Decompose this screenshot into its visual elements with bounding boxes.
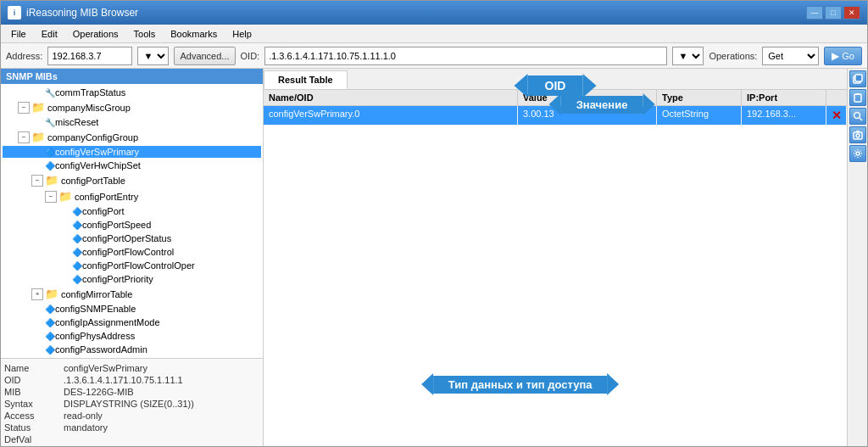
leaf-icon: 🔷	[72, 261, 82, 271]
detail-row-mib: MIB DES-1226G-MIB	[4, 386, 259, 398]
oid-label: OID:	[241, 51, 260, 61]
leaf-icon: 🔷	[72, 248, 82, 257]
title-buttons: — □ ✕	[806, 6, 860, 20]
close-button[interactable]: ✕	[843, 6, 860, 20]
toggle-configPortEntry[interactable]: −	[45, 191, 57, 203]
sidebar-settings-button[interactable]	[849, 145, 866, 162]
tree-container[interactable]: 🔧 commTrapStatus − 📁 companyMiscGroup	[1, 84, 263, 358]
detail-row-defval: DefVal	[4, 433, 259, 445]
detail-row-oid: OID .1.3.6.1.4.1.171.10.75.1.11.1	[4, 374, 259, 386]
leaf-icon: 🔧	[45, 118, 55, 127]
snmp-panel-header: SNMP MIBs	[1, 69, 263, 84]
leaf-icon: 🔷	[72, 207, 82, 216]
leaf-icon: 🔷	[72, 221, 82, 230]
type-arrow-left	[421, 373, 433, 395]
menu-file[interactable]: File	[4, 27, 33, 41]
svg-point-9	[856, 152, 860, 155]
tree-node-configPhysAddress: 🔷 configPhysAddress	[3, 329, 261, 343]
tree-node-companyMiscGroup: − 📁 companyMiscGroup	[3, 99, 261, 115]
main-window: i iReasoning MIB Browser — □ ✕ File Edit…	[0, 0, 868, 447]
tree-node-configPortPriority: 🔷 configPortPriority	[3, 272, 261, 286]
minimize-button[interactable]: —	[806, 6, 823, 20]
tree-node-configPortOperStatus: 🔷 configPortOperStatus	[3, 232, 261, 245]
window-title: iReasoning MIB Browser	[26, 7, 138, 19]
delete-icon[interactable]: ✕	[832, 109, 842, 122]
folder-icon: 📁	[45, 174, 58, 187]
tree-node-commTrapStatus: 🔧 commTrapStatus	[3, 86, 261, 99]
detail-row-status: Status mandatory	[4, 422, 259, 433]
value-arrow-right	[643, 93, 654, 115]
leaf-icon: 🔧	[45, 88, 55, 98]
toggle-companyMiscGroup[interactable]: −	[18, 102, 30, 114]
col-type[interactable]: Type	[657, 90, 742, 105]
cell-ipport: 192.168.3...	[742, 106, 826, 125]
oid-dropdown[interactable]: ▼	[672, 47, 704, 65]
menu-bookmarks[interactable]: Bookmarks	[164, 27, 224, 41]
sidebar-paste-button[interactable]	[849, 89, 866, 106]
type-arrow-right	[608, 373, 620, 395]
right-panel: OID Result Table Значение Name/OID Value	[264, 69, 847, 446]
operations-label: Operations:	[709, 51, 757, 61]
tree-node-configPortFlowControl: 🔷 configPortFlowControl	[3, 245, 261, 259]
menu-tools[interactable]: Tools	[127, 27, 163, 41]
col-ipport[interactable]: IP:Port	[742, 90, 826, 105]
snmp-tree-panel: SNMP MIBs 🔧 commTrapStatus −	[1, 69, 264, 446]
address-type-select[interactable]: ▼	[137, 47, 169, 65]
col-action	[826, 90, 847, 105]
tree-node-configMirrorTable: + 📁 configMirrorTable	[3, 286, 261, 302]
col-name[interactable]: Name/OID	[264, 90, 518, 105]
toggle-configMirrorTable[interactable]: +	[31, 288, 43, 300]
app-icon: i	[8, 6, 21, 20]
detail-row-access: Access read-only	[4, 410, 259, 422]
operations-select[interactable]: Get GetNext GetBulk Set Walk Table	[762, 47, 819, 65]
tree-node-miscReset: 🔧 miscReset	[3, 115, 261, 129]
tree-node-configPasswordAdmin: 🔷 configPasswordAdmin	[3, 343, 261, 356]
detail-row-name: Name configVerSwPrimary	[4, 362, 259, 374]
toggle-companyConfigGroup[interactable]: −	[18, 131, 30, 143]
right-sidebar	[847, 69, 867, 446]
svg-rect-6	[854, 132, 862, 139]
sidebar-camera-button[interactable]	[849, 126, 866, 143]
sidebar-copy-button[interactable]	[849, 70, 866, 87]
svg-point-7	[856, 134, 860, 137]
detail-row-indexes: Indexes	[4, 445, 259, 446]
svg-line-5	[860, 118, 862, 120]
svg-rect-1	[855, 75, 862, 81]
value-arrow-body: Значение	[561, 96, 643, 114]
folder-icon: 📁	[45, 288, 58, 300]
toggle-configPortTable[interactable]: −	[31, 175, 43, 187]
cell-type: OctetString	[657, 106, 742, 125]
detail-panel: Name configVerSwPrimary OID .1.3.6.1.4.1…	[1, 358, 263, 446]
oid-input[interactable]	[264, 47, 667, 65]
tree-node-configVerSwPrimary: 🔷 configVerSwPrimary	[3, 145, 261, 159]
svg-rect-8	[856, 131, 860, 132]
leaf-icon: 🔷	[45, 345, 55, 355]
tab-result-table[interactable]: Result Table	[264, 70, 348, 89]
tree-node-configPort: 🔷 configPort	[3, 204, 261, 218]
type-annotation: Тип данных и тип доступа	[421, 373, 620, 395]
sidebar-search-button[interactable]	[849, 108, 866, 125]
toolbar: Address: ▼ Advanced... OID: ▼ Operations…	[1, 43, 867, 69]
tree-node-configPortFlowControlOper: 🔷 configPortFlowControlOper	[3, 259, 261, 272]
type-arrow-body: Тип данных и тип доступа	[433, 376, 608, 394]
leaf-icon: 🔷	[72, 275, 82, 284]
leaf-icon: 🔷	[45, 305, 55, 314]
menu-operations[interactable]: Operations	[66, 27, 125, 41]
go-button[interactable]: ▶ Go	[824, 47, 862, 65]
maximize-button[interactable]: □	[825, 6, 842, 20]
advanced-button[interactable]: Advanced...	[174, 47, 235, 65]
tree-node-configPortSpeed: 🔷 configPortSpeed	[3, 218, 261, 232]
leaf-icon: 🔷	[72, 234, 82, 243]
tree-node-configPortEntry: − 📁 configPortEntry	[3, 188, 261, 204]
cell-action[interactable]: ✕	[826, 106, 847, 125]
oid-arrow-left	[515, 74, 528, 98]
title-bar: i iReasoning MIB Browser — □ ✕	[1, 1, 867, 25]
menu-help[interactable]: Help	[225, 27, 259, 41]
menu-edit[interactable]: Edit	[35, 27, 64, 41]
result-area: Значение Name/OID Value Type IP:Port con…	[264, 90, 847, 446]
leaf-icon: 🔷	[45, 161, 55, 170]
title-bar-left: i iReasoning MIB Browser	[8, 6, 138, 20]
cell-name: configVerSwPrimary.0	[264, 106, 518, 125]
tree-node-configIpAssignmentMode: 🔷 configIpAssignmentMode	[3, 316, 261, 329]
address-input[interactable]	[47, 47, 132, 65]
